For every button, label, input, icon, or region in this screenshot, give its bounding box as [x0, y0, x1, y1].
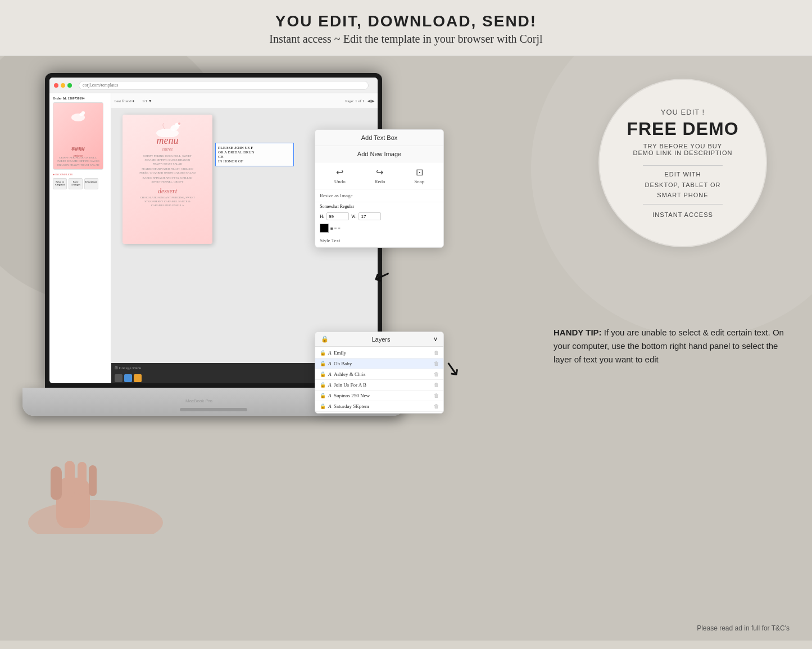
redo-label: Redo: [374, 179, 385, 184]
banner-headline: YOU EDIT, DOWNLOAD, SEND!: [0, 12, 812, 30]
right-content: YOU EDIT ! FREE DEMO TRY BEFORE YOU BUY …: [576, 79, 790, 247]
layer-item-supinos[interactable]: 🔒 A Supinos 250 New 🗑: [315, 391, 443, 401]
layer-item-oh-baby[interactable]: 🔒 A Oh Baby 🗑: [315, 358, 443, 369]
svg-rect-11: [78, 462, 87, 496]
corjl-toolbar: best friend ♦ 1/1 ▼ Page: 1 of 1 ◀ ▶: [111, 93, 378, 109]
add-new-image-btn[interactable]: Add New Image: [315, 146, 443, 162]
layers-chevron[interactable]: ∨: [433, 335, 438, 343]
layer-item-emily[interactable]: 🔒 A Emily 🗑: [315, 348, 443, 358]
you-edit-label: YOU EDIT !: [661, 108, 705, 116]
undo-tool[interactable]: ↩ Undo: [334, 167, 346, 184]
add-text-box-btn[interactable]: Add Text Box: [315, 130, 443, 146]
width-input[interactable]: [359, 212, 381, 220]
arrow-to-layers: ↙: [442, 356, 463, 382]
color-swatch[interactable]: [320, 224, 329, 233]
svg-rect-9: [51, 466, 62, 500]
instant-access-label: INSTANT ACCESS: [652, 211, 713, 218]
lock-icon: 🔒: [320, 361, 326, 366]
template-thumbnail: menu entree CRISPY PEKING DUCK ROLL, SWE…: [53, 102, 103, 170]
undo-icon: ↩: [336, 167, 343, 178]
banner-subline: Instant access ~ Edit the template in yo…: [0, 33, 812, 46]
layer-name: Saturday SEptem: [334, 403, 432, 409]
layer-type: A: [328, 382, 332, 388]
lock-icon: 🔒: [320, 350, 326, 356]
macbook-label: MacBook Pro: [185, 398, 212, 403]
svg-rect-10: [65, 461, 75, 497]
handy-tip: HANDY TIP: If you are unable to select &…: [554, 326, 790, 366]
layer-name: Emily: [334, 350, 432, 356]
snap-icon: ⊡: [416, 167, 423, 178]
svg-point-7: [28, 500, 163, 534]
delete-icon[interactable]: 🗑: [434, 382, 439, 388]
browser-address[interactable]: corjl.com/templates: [79, 81, 369, 90]
snap-tool[interactable]: ⊡ Snap: [414, 167, 424, 184]
handy-tip-bold: HANDY TIP:: [554, 328, 604, 337]
demo-circle: YOU EDIT ! FREE DEMO TRY BEFORE YOU BUY …: [598, 79, 767, 247]
layer-type: A: [328, 403, 332, 409]
top-banner: YOU EDIT, DOWNLOAD, SEND! Instant access…: [0, 0, 812, 56]
menu-card: menu entree CRISPY PEKING DUCK ROLL, SWE…: [123, 115, 212, 244]
demo-link-label: DEMO LINK IN DESCRIPTION: [633, 149, 733, 156]
font-row: Somewhat Regular: [315, 202, 443, 211]
redo-icon: ↪: [376, 167, 383, 178]
resize-as-image-section: Resize as Image: [315, 189, 443, 202]
layers-header: 🔒 Layers ∨: [315, 332, 443, 347]
layer-type: A: [328, 371, 332, 377]
footer-note: Please read ad in full for T&C's: [697, 624, 790, 632]
demo-divider-2: [643, 204, 723, 205]
layer-type: A: [328, 361, 332, 366]
font-label: Somewhat Regular: [320, 204, 354, 209]
svg-rect-12: [89, 465, 97, 496]
swan-icon: [153, 117, 182, 137]
lock-icon: 🔒: [320, 403, 326, 409]
layers-panel: 🔒 Layers ∨ 🔒 A Emily 🗑 🔒 A Oh Baby 🗑 🔒 A…: [315, 332, 444, 414]
undo-label: Undo: [334, 179, 346, 184]
color-row: ■ ≡ ≡: [315, 222, 443, 234]
layer-type: A: [328, 393, 332, 398]
free-demo-label: FREE DEMO: [627, 119, 738, 139]
main-area: corjl.com/templates Order Id: 1509758194: [0, 56, 812, 641]
layer-name: Supinos 250 New: [334, 393, 432, 398]
layers-title: Layers: [371, 336, 390, 343]
svg-point-6: [178, 122, 180, 125]
corjl-sidebar: Order Id: 1509758194 menu entree CRISPY …: [49, 93, 111, 383]
layer-name: Join Us For A B: [334, 382, 432, 388]
handy-tip-text: HANDY TIP: If you are unable to select &…: [554, 326, 790, 366]
delete-icon[interactable]: 🗑: [434, 371, 439, 377]
snap-label: Snap: [414, 179, 424, 184]
layer-name: Oh Baby: [334, 361, 432, 366]
lock-icon: 🔒: [320, 393, 326, 398]
order-id: Order Id: 1509758194: [53, 97, 107, 100]
hand-svg: [11, 421, 236, 534]
layers-icon: 🔒: [321, 335, 329, 343]
layers-list: 🔒 A Emily 🗑 🔒 A Oh Baby 🗑 🔒 A Ashley & C…: [315, 347, 443, 413]
style-text-section: Style Text: [315, 234, 443, 247]
layer-item-saturday[interactable]: 🔒 A Saturday SEptem 🗑: [315, 401, 443, 412]
try-before-label: TRY BEFORE YOU BUY: [643, 143, 722, 149]
redo-tool[interactable]: ↪ Redo: [374, 167, 385, 184]
taskbar-icon-1: [115, 374, 123, 382]
lock-icon: 🔒: [320, 382, 326, 388]
hand-area: [11, 421, 236, 534]
delete-icon[interactable]: 🗑: [434, 393, 439, 398]
delete-icon[interactable]: 🗑: [434, 350, 439, 356]
browser-minimize-dot[interactable]: [61, 83, 65, 88]
browser-chrome: corjl.com/templates: [49, 78, 378, 93]
layer-name: Ashley & Chris: [334, 371, 432, 377]
delete-icon[interactable]: 🗑: [434, 361, 439, 366]
layer-item-join-us[interactable]: 🔒 A Join Us For A B 🗑: [315, 380, 443, 391]
size-row: H: W:: [315, 211, 443, 222]
edit-with-label: EDIT WITHDESKTOP, TABLET ORSMART PHONE: [645, 169, 721, 201]
lock-icon: 🔒: [320, 371, 326, 377]
taskbar-icon-3: [134, 374, 142, 382]
delete-icon[interactable]: 🗑: [434, 403, 439, 409]
taskbar-icon-2: [124, 374, 132, 382]
swan-decoration: [70, 107, 87, 121]
panel-tools: ↩ Undo ↪ Redo ⊡ Snap: [315, 162, 443, 189]
svg-point-2: [81, 111, 85, 114]
browser-close-dot[interactable]: [54, 83, 58, 88]
height-input[interactable]: [326, 212, 349, 220]
browser-maximize-dot[interactable]: [67, 83, 72, 88]
layer-item-ashley-chris[interactable]: 🔒 A Ashley & Chris 🗑: [315, 369, 443, 380]
layer-type: A: [328, 350, 332, 356]
